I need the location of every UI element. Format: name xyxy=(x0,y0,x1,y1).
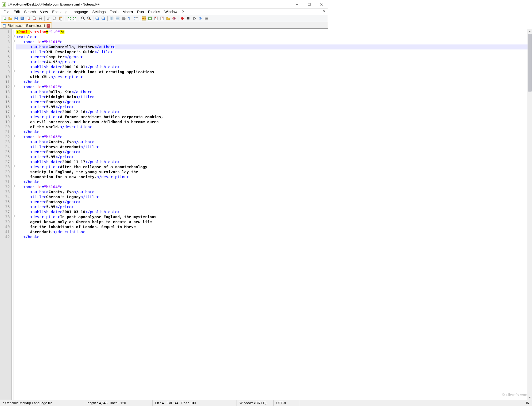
monitor-icon[interactable] xyxy=(171,16,177,21)
code-line[interactable]: <title>Oberon's Legacy</title> xyxy=(16,194,328,199)
code-line[interactable]: <title>Maeve Ascendant</title> xyxy=(16,144,328,149)
code-line[interactable]: <publish_date>2001-03-10</publish_date> xyxy=(16,209,328,214)
code-line[interactable]: foundation for a new society.</descripti… xyxy=(16,174,328,179)
func-list-icon[interactable]: f xyxy=(159,16,165,21)
doc-map-icon[interactable] xyxy=(153,16,159,21)
code-line[interactable]: <title>XML Developer's Guide</title> xyxy=(16,49,328,54)
code-line[interactable]: an evil sorceress, and her own childhood… xyxy=(16,119,328,124)
code-line[interactable]: </book> xyxy=(16,179,328,184)
code-line[interactable]: <?xml version="1.0"?> xyxy=(16,29,328,34)
menu-encoding[interactable]: Encoding xyxy=(50,9,69,14)
code-line[interactable]: <description>After the collapse of a nan… xyxy=(16,164,328,169)
play-icon[interactable] xyxy=(192,16,197,21)
code-line[interactable]: of the world.</description> xyxy=(16,124,328,129)
zoom-in-icon[interactable] xyxy=(94,16,100,21)
folder-icon[interactable] xyxy=(165,16,171,21)
code-line[interactable]: </book> xyxy=(16,79,328,84)
close-button[interactable] xyxy=(315,0,327,8)
sync-v-icon[interactable] xyxy=(109,16,114,21)
code-line[interactable]: <price>5.95</price> xyxy=(16,104,328,109)
code-line[interactable]: </book> xyxy=(16,129,328,134)
maximize-button[interactable] xyxy=(303,0,315,8)
zoom-out-icon[interactable] xyxy=(101,16,106,21)
code-line[interactable]: <description>An in-depth look at creatin… xyxy=(16,69,328,74)
code-line[interactable]: <author>Gambardella, Matthew</author> xyxy=(16,44,328,49)
menu-macro[interactable]: Macro xyxy=(121,9,135,14)
menu-run[interactable]: Run xyxy=(135,9,146,14)
fold-toggle[interactable]: − xyxy=(12,70,14,72)
menu-search[interactable]: Search xyxy=(22,9,38,14)
wrap-icon[interactable] xyxy=(121,16,127,21)
code-line[interactable]: <title>Midnight Rain</title> xyxy=(16,94,328,99)
minimize-button[interactable] xyxy=(291,0,303,8)
code-line[interactable]: <genre>Fantasy</genre> xyxy=(16,99,328,104)
code-line[interactable]: Ascendant.</description> xyxy=(16,229,328,234)
code-line[interactable]: <author>Corets, Eva</author> xyxy=(16,189,328,194)
menu-tools[interactable]: Tools xyxy=(108,9,121,14)
code-line[interactable]: <price>44.95</price> xyxy=(16,59,328,64)
code-line[interactable]: <book id="bk102"> xyxy=(16,84,328,89)
menu-plugins[interactable]: Plugins xyxy=(146,9,162,14)
fold-toggle[interactable]: − xyxy=(12,185,14,187)
new-file-icon[interactable]: + xyxy=(1,16,7,21)
code-line[interactable]: for the inhabitants of London. Sequel to… xyxy=(16,224,328,229)
fast-icon[interactable] xyxy=(198,16,203,21)
fold-toggle[interactable]: − xyxy=(12,215,14,217)
indent-guide-icon[interactable] xyxy=(133,16,139,21)
code-line[interactable]: <author>Corets, Eva</author> xyxy=(16,139,328,144)
tab-close-icon[interactable]: ✕ xyxy=(47,24,50,28)
code-editor[interactable]: <?xml version="1.0"?><catalog> <book id=… xyxy=(15,29,328,250)
code-line[interactable]: <price>5.95</price> xyxy=(16,154,328,159)
code-line[interactable]: <book id="bk103"> xyxy=(16,134,328,139)
code-line[interactable]: <author>Ralls, Kim</author> xyxy=(16,89,328,94)
code-line[interactable]: with XML.</description> xyxy=(16,74,328,79)
run-macro-icon[interactable] xyxy=(204,16,209,21)
tab-fileinfo-example[interactable]: FileInfo.com Example.xml ✕ xyxy=(1,22,52,28)
code-line[interactable]: </book> xyxy=(16,234,328,239)
replace-icon[interactable]: ab xyxy=(86,16,92,21)
menu-window[interactable]: Window xyxy=(162,9,180,14)
code-line[interactable]: <description>A former architect battles … xyxy=(16,114,328,119)
copy-icon[interactable] xyxy=(52,16,58,21)
print-icon[interactable] xyxy=(38,16,43,21)
code-line[interactable]: <catalog> xyxy=(16,34,328,39)
code-line[interactable]: <genre>Fantasy</genre> xyxy=(16,199,328,204)
code-line[interactable]: <book id="bk104"> xyxy=(16,184,328,189)
menu-language[interactable]: Language xyxy=(70,9,90,14)
code-line[interactable]: <publish_date>2000-11-17</publish_date> xyxy=(16,159,328,164)
save-icon[interactable] xyxy=(13,16,19,21)
open-file-icon[interactable] xyxy=(7,16,13,21)
fold-toggle[interactable]: − xyxy=(12,35,14,37)
paste-icon[interactable] xyxy=(58,16,64,21)
close-all-icon[interactable] xyxy=(32,16,37,21)
code-line[interactable]: <description>In post-apocalypse England,… xyxy=(16,214,328,219)
fold-toggle[interactable]: − xyxy=(12,165,14,167)
lang-xml-icon[interactable]: xml xyxy=(141,16,147,21)
code-line[interactable]: <publish_date>2000-12-16</publish_date> xyxy=(16,109,328,114)
find-icon[interactable] xyxy=(80,16,86,21)
code-line[interactable]: agent known only as Oberon helps to crea… xyxy=(16,219,328,224)
stop-icon[interactable] xyxy=(185,16,191,21)
code-line[interactable]: <genre>Fantasy</genre> xyxy=(16,149,328,154)
save-all-icon[interactable] xyxy=(19,16,25,21)
menu-view[interactable]: View xyxy=(38,9,50,14)
menu-settings[interactable]: Settings xyxy=(90,9,108,14)
undo-icon[interactable] xyxy=(66,16,72,21)
code-line[interactable]: <book id="bk101"> xyxy=(16,39,328,44)
record-icon[interactable] xyxy=(179,16,185,21)
close-icon[interactable]: × xyxy=(26,16,31,21)
fold-all-icon[interactable] xyxy=(147,16,153,21)
redo-icon[interactable] xyxy=(72,16,78,21)
fold-toggle[interactable]: − xyxy=(12,115,14,117)
code-line[interactable]: society in England, the young survivors … xyxy=(16,169,328,174)
menu-help[interactable]: ? xyxy=(179,9,186,14)
code-line[interactable]: <genre>Computer</genre> xyxy=(16,54,328,59)
code-line[interactable]: <publish_date>2000-10-01</publish_date> xyxy=(16,64,328,69)
menu-file[interactable]: File xyxy=(1,9,12,14)
mdi-close-icon[interactable]: ✕ xyxy=(323,9,326,13)
fold-toggle[interactable]: − xyxy=(12,135,14,137)
code-line[interactable]: <price>5.95</price> xyxy=(16,204,328,209)
fold-toggle[interactable]: − xyxy=(12,85,14,87)
sync-h-icon[interactable] xyxy=(115,16,121,21)
all-chars-icon[interactable]: ¶ xyxy=(127,16,133,21)
